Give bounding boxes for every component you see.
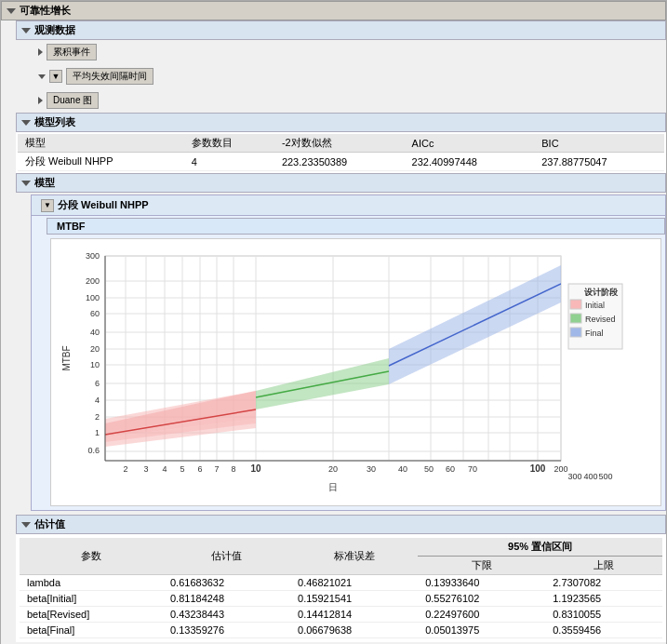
col-loglik: -2对数似然 [274,134,405,153]
svg-text:100: 100 [530,463,546,474]
svg-text:5: 5 [180,464,184,474]
svg-text:70: 70 [468,464,477,474]
segment-weibull-header[interactable]: ▼ 分段 Weibull NHPP [32,195,665,216]
model-section: 模型 ▼ 分段 Weibull NHPP MTBF [16,173,666,511]
svg-rect-73 [570,300,581,309]
main-container: 可靠性增长 观测数据 累积事件 ▼ 平均失效间隔时间 Dua [0,0,667,644]
svg-text:200: 200 [554,464,567,474]
th-stderr: 标准误差 [290,538,418,575]
cell-lower: 0.05013975 [418,623,545,638]
cell-param: beta[Revised] [20,607,163,623]
sw-expand-btn[interactable]: ▼ [41,199,54,212]
estimates-section: 估计值 参数 估计值 标准误差 95% 置信区间 下限 上限 l [16,515,666,642]
svg-text:Initial: Initial [585,301,605,310]
svg-text:2: 2 [95,412,100,422]
svg-text:300: 300 [86,251,100,261]
cell-lower: 0.55276102 [418,591,545,607]
cell-upper: 0.3559456 [545,623,662,638]
svg-text:50: 50 [424,464,434,474]
cell-upper: 2.7307082 [545,575,662,591]
svg-text:8: 8 [231,464,235,474]
reliability-growth-title: 可靠性增长 [20,4,71,18]
model-name-cell: 分段 Weibull NHPP [18,153,184,171]
svg-rect-77 [570,328,581,337]
obs-data-title: 观测数据 [34,23,75,37]
mean-time-btn[interactable]: 平均失效间隔时间 [66,68,153,85]
cell-lower: 0.13933640 [418,575,545,591]
duane-btn[interactable]: Duane 图 [47,92,99,109]
mtbf-title: MTBF [57,221,86,232]
obs-data-header[interactable]: 观测数据 [16,20,666,40]
svg-text:3: 3 [143,464,148,474]
segment-weibull-section: ▼ 分段 Weibull NHPP MTBF [31,195,666,511]
svg-text:500: 500 [598,472,612,481]
svg-text:6: 6 [197,464,202,474]
svg-text:10: 10 [250,463,261,474]
th-upper: 上限 [545,557,662,575]
model-table: 模型 参数数目 -2对数似然 AICc BIC 分段 Weibull NHPP … [18,134,664,171]
th-lower: 下限 [418,557,545,575]
estimate-row: lambda0.616836320.468210210.139336402.73… [20,575,662,591]
svg-text:30: 30 [367,464,376,474]
cell-stderr: 0.06679638 [290,623,418,638]
svg-text:0.6: 0.6 [87,446,100,455]
cell-param: beta[Final] [20,623,163,638]
th-estimate: 估计值 [163,538,290,575]
reliability-growth-header[interactable]: 可靠性增长 [1,1,666,20]
model-icon [21,181,31,186]
svg-text:40: 40 [90,328,100,337]
cell-stderr: 0.14412814 [290,607,418,623]
cell-lower: 0.22497600 [418,607,545,623]
th-confidence: 95% 置信区间 [418,538,662,557]
col-bic: BIC [534,134,664,153]
col-aicc: AICc [405,134,535,153]
svg-text:日: 日 [328,482,338,492]
cum-events-btn[interactable]: 累积事件 [47,44,97,60]
svg-text:60: 60 [446,464,455,474]
estimates-content: 参数 估计值 标准误差 95% 置信区间 下限 上限 lambda0.61683… [16,534,666,642]
svg-text:4: 4 [95,396,100,405]
model-list-section: 模型列表 模型 参数数目 -2对数似然 AICc BIC 分段 Weibull … [16,113,666,173]
cell-stderr: 0.46821021 [290,575,418,591]
duane-icon [38,97,43,104]
estimate-row: beta[Revised]0.432384430.144128140.22497… [20,607,662,623]
svg-text:200: 200 [86,276,100,286]
cell-stderr: 0.15921541 [290,591,418,607]
svg-text:60: 60 [90,309,100,318]
estimates-header[interactable]: 估计值 [16,515,666,534]
svg-text:7: 7 [214,464,219,474]
model-aicc-cell: 232.40997448 [405,153,535,171]
estimate-row: beta[Initial]0.811842480.159215410.55276… [20,591,662,607]
svg-text:300: 300 [567,472,581,481]
cell-estimate: 0.13359276 [163,623,290,638]
cum-events-row: 累积事件 [31,40,666,64]
cell-upper: 0.8310055 [545,607,662,623]
svg-text:Revised: Revised [585,315,616,324]
svg-text:MTBF: MTBF [61,345,72,370]
mtbf-header[interactable]: MTBF [47,218,665,235]
collapse-icon [7,8,16,14]
estimates-table: 参数 估计值 标准误差 95% 置信区间 下限 上限 lambda0.61683… [20,538,662,638]
col-model: 模型 [18,134,184,153]
svg-text:4: 4 [162,464,167,474]
model-row: 分段 Weibull NHPP 4 223.23350389 232.40997… [18,153,664,171]
svg-text:Final: Final [585,329,604,338]
model-header[interactable]: 模型 [16,173,666,193]
obs-collapse-icon [21,28,31,34]
mtbf-section: MTBF [47,218,665,506]
svg-rect-75 [570,314,581,323]
obs-data-section: 观测数据 累积事件 ▼ 平均失效间隔时间 Duane 图 [16,20,666,113]
model-list-header[interactable]: 模型列表 [16,113,666,132]
svg-text:6: 6 [95,379,100,388]
svg-text:10: 10 [90,360,100,369]
model-params-cell: 4 [184,153,274,171]
svg-text:40: 40 [398,464,407,474]
duane-row: Duane 图 [31,88,666,113]
svg-text:1: 1 [95,428,100,437]
mean-time-expand-btn[interactable]: ▼ [49,70,62,83]
model-list-icon [21,120,31,126]
svg-text:20: 20 [90,344,100,354]
mean-time-expand-icon [38,74,46,79]
sw-title: 分段 Weibull NHPP [58,198,149,212]
cell-upper: 1.1923565 [545,591,662,607]
